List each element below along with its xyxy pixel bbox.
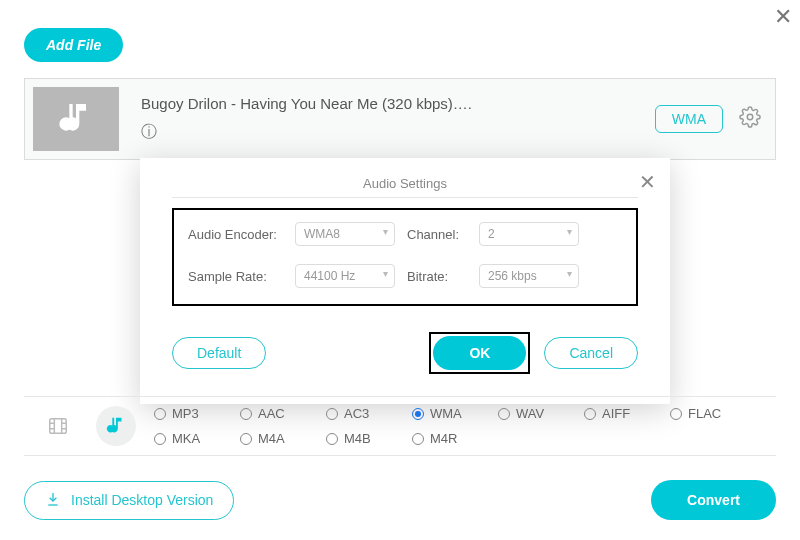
cancel-button[interactable]: Cancel — [544, 337, 638, 369]
samplerate-select[interactable]: 44100 Hz — [295, 264, 395, 288]
radio-dot — [670, 408, 682, 420]
info-icon[interactable]: ⓘ — [141, 122, 655, 143]
format-label: M4R — [430, 431, 457, 446]
format-radio-aiff[interactable]: AIFF — [584, 406, 670, 421]
radio-dot — [154, 408, 166, 420]
radio-dot — [154, 433, 166, 445]
radio-dot — [498, 408, 510, 420]
file-title: Bugoy Drilon - Having You Near Me (320 k… — [141, 95, 655, 112]
radio-dot — [240, 433, 252, 445]
format-radio-mka[interactable]: MKA — [154, 431, 240, 446]
download-icon — [45, 491, 61, 510]
settings-group: Audio Encoder: WMA8 Channel: 2 Sample Ra… — [172, 208, 638, 306]
format-radio-m4a[interactable]: M4A — [240, 431, 326, 446]
radio-dot — [326, 408, 338, 420]
format-radio-ac3[interactable]: AC3 — [326, 406, 412, 421]
main-close-icon[interactable]: ✕ — [774, 4, 792, 30]
format-label: AIFF — [602, 406, 630, 421]
output-format-chip[interactable]: WMA — [655, 105, 723, 133]
bitrate-label: Bitrate: — [407, 269, 467, 284]
format-label: M4B — [344, 431, 371, 446]
format-radio-flac[interactable]: FLAC — [670, 406, 756, 421]
format-radio-m4b[interactable]: M4B — [326, 431, 412, 446]
encoder-label: Audio Encoder: — [188, 227, 283, 242]
ok-highlight: OK — [429, 332, 530, 374]
format-radio-aac[interactable]: AAC — [240, 406, 326, 421]
format-label: M4A — [258, 431, 285, 446]
modal-close-icon[interactable]: ✕ — [639, 170, 656, 194]
audio-thumbnail — [33, 87, 119, 151]
audio-settings-modal: ✕ Audio Settings Audio Encoder: WMA8 Cha… — [140, 158, 670, 404]
default-button[interactable]: Default — [172, 337, 266, 369]
format-radio-wav[interactable]: WAV — [498, 406, 584, 421]
radio-dot — [326, 433, 338, 445]
channel-label: Channel: — [407, 227, 467, 242]
format-radio-m4r[interactable]: M4R — [412, 431, 498, 446]
install-label: Install Desktop Version — [71, 492, 213, 508]
ok-button[interactable]: OK — [433, 336, 526, 370]
add-file-button[interactable]: Add File — [24, 28, 123, 62]
format-label: WMA — [430, 406, 462, 421]
radio-dot — [412, 408, 424, 420]
gear-icon[interactable] — [739, 106, 761, 132]
bitrate-select[interactable]: 256 kbps — [479, 264, 579, 288]
format-radio-mp3[interactable]: MP3 — [154, 406, 240, 421]
radio-dot — [584, 408, 596, 420]
install-desktop-button[interactable]: Install Desktop Version — [24, 481, 234, 520]
audio-tab-icon[interactable] — [96, 406, 136, 446]
encoder-select[interactable]: WMA8 — [295, 222, 395, 246]
samplerate-label: Sample Rate: — [188, 269, 283, 284]
video-tab-icon[interactable] — [38, 406, 78, 446]
format-label: AAC — [258, 406, 285, 421]
modal-title: Audio Settings — [172, 176, 638, 198]
format-label: MP3 — [172, 406, 199, 421]
svg-rect-1 — [50, 419, 67, 434]
convert-button[interactable]: Convert — [651, 480, 776, 520]
format-label: MKA — [172, 431, 200, 446]
svg-point-0 — [747, 114, 753, 120]
format-bar: MP3AACAC3WMAWAVAIFFFLACMKAM4AM4BM4R — [24, 396, 776, 456]
format-label: WAV — [516, 406, 544, 421]
format-label: AC3 — [344, 406, 369, 421]
radio-dot — [412, 433, 424, 445]
file-row: Bugoy Drilon - Having You Near Me (320 k… — [24, 78, 776, 160]
format-radio-wma[interactable]: WMA — [412, 406, 498, 421]
format-label: FLAC — [688, 406, 721, 421]
channel-select[interactable]: 2 — [479, 222, 579, 246]
radio-dot — [240, 408, 252, 420]
